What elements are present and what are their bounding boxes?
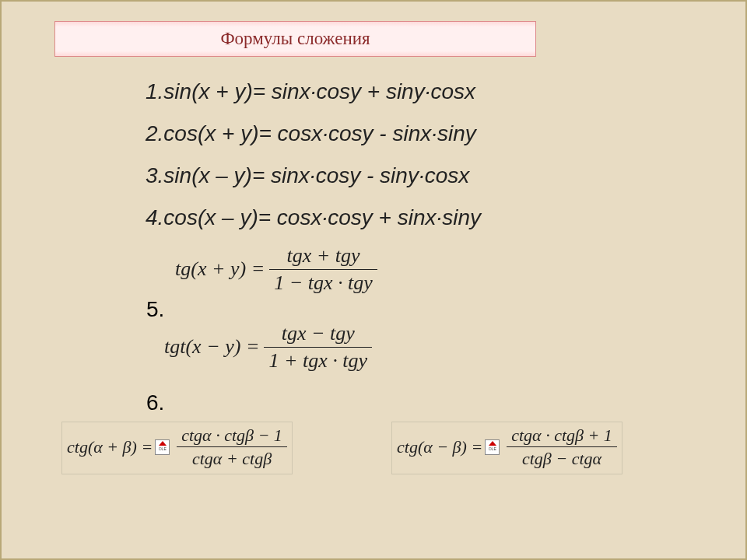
formula-ctg-minus: ctg(α − β) = OLE ctgα · ctgβ + 1 ctgβ − … [391, 422, 622, 474]
ole-icon: OLE [155, 439, 170, 455]
ctg-minus-frac: ctgα · ctgβ + 1 ctgβ − ctgα [507, 425, 617, 469]
tg6-lhs: tgt(x − y) = [164, 335, 259, 359]
ctg-plus-num: ctgα · ctgβ − 1 [177, 425, 287, 445]
ctg-plus-lhs: ctg(α + β) = [67, 437, 153, 457]
formula-4: 4.cos(x – y)= cosx·cosy + sinx·siny [146, 205, 481, 230]
title-box: Формулы сложения [54, 21, 536, 57]
tg5-num: tgx + tgy [282, 244, 364, 268]
formula-5-tg-plus: tg(x + y) = tgx + tgy 1 − tgx · tgy [175, 244, 377, 295]
ctg-minus-lhs: ctg(α − β) = [397, 437, 482, 457]
formula-6-tg-minus: tgt(x − y) = tgx − tgy 1 + tgx · tgy [164, 322, 372, 373]
ole-icon: OLE [485, 439, 500, 455]
ctg-plus-den: ctgα + ctgβ [188, 449, 276, 468]
tg5-frac: tgx + tgy 1 − tgx · tgy [269, 244, 377, 295]
formula-list: 1.sin(x + y)= sinx·cosy + siny·cosx 2.co… [146, 79, 481, 247]
label-6: 6. [146, 390, 164, 415]
tg6-num: tgx − tgy [277, 322, 359, 345]
label-5: 5. [146, 297, 164, 322]
slide-title: Формулы сложения [220, 29, 370, 49]
fraction-bar [264, 347, 372, 348]
formula-1: 1.sin(x + y)= sinx·cosy + siny·cosx [146, 79, 481, 104]
formula-2: 2.cos(x + y)= cosx·cosy - sinx·siny [146, 121, 481, 146]
ctg-minus-den: ctgβ − ctgα [517, 449, 606, 468]
tg6-den: 1 + tgx · tgy [264, 349, 372, 373]
tg5-den: 1 − tgx · tgy [269, 271, 377, 295]
ctg-plus-frac: ctgα · ctgβ − 1 ctgα + ctgβ [177, 425, 287, 469]
fraction-bar [177, 446, 287, 447]
fraction-bar [269, 269, 377, 270]
tg6-frac: tgx − tgy 1 + tgx · tgy [264, 322, 372, 373]
ctg-minus-num: ctgα · ctgβ + 1 [507, 425, 617, 445]
fraction-bar [507, 446, 617, 447]
formula-ctg-plus: ctg(α + β) = OLE ctgα · ctgβ − 1 ctgα + … [61, 422, 293, 474]
formula-3: 3.sin(x – y)= sinx·cosy - siny·cosx [146, 163, 481, 188]
tg5-lhs: tg(x + y) = [175, 257, 265, 281]
